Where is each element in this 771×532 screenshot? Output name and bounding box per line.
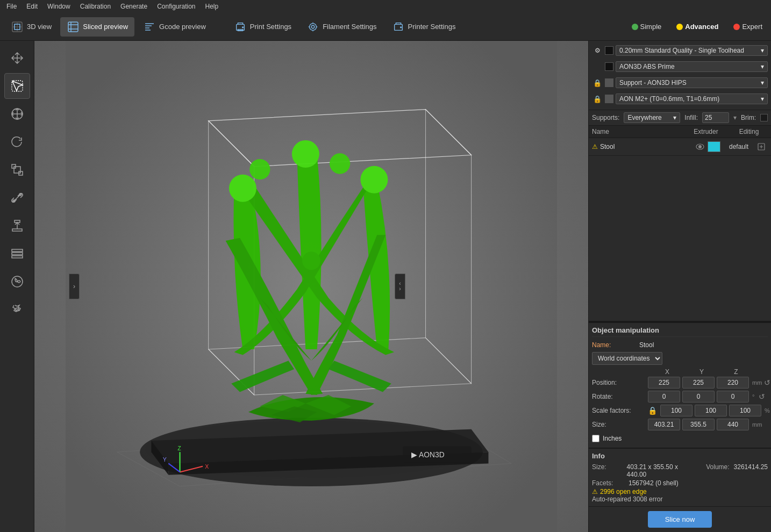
info-title: Info <box>592 452 768 460</box>
printer-dropdown[interactable]: AON M2+ (T0=0.6mm, T1=0.6mm) ▾ <box>616 94 768 104</box>
svg-point-8 <box>400 27 401 28</box>
menu-help[interactable]: Help <box>201 2 223 11</box>
info-section: Info Size: 403.21 x 355.50 x 440.00 Volu… <box>589 448 771 506</box>
object-extruder: default <box>723 143 755 150</box>
warning-icon: ⚠ <box>592 143 598 150</box>
move-tool[interactable] <box>4 101 30 127</box>
simple-label: Simple <box>640 23 662 31</box>
info-error-text: Auto-repaired 3008 error <box>592 495 662 503</box>
tab-sliced-preview-label: Sliced preview <box>83 23 128 31</box>
menu-edit[interactable]: Edit <box>22 2 42 11</box>
rotate-y-input[interactable] <box>682 391 715 402</box>
object-list-header: Name Extruder Editing <box>589 126 771 138</box>
size-x-input[interactable] <box>648 419 680 430</box>
mode-buttons: Simple Advanced Expert <box>627 20 767 33</box>
collapse-right-panel[interactable]: ‹› <box>395 274 405 299</box>
supports-value: Everywhere <box>627 114 661 121</box>
slice-now-button[interactable]: Slice now <box>648 511 712 528</box>
supports-label: Supports: <box>592 114 619 121</box>
scale-lock-icon[interactable]: 🔒 <box>648 406 657 415</box>
collapse-left-panel[interactable]: › <box>69 274 80 299</box>
size-y-input[interactable] <box>682 419 715 430</box>
position-y-input[interactable] <box>682 377 715 389</box>
info-size-label: Size: <box>592 463 623 478</box>
rotate-x-input[interactable] <box>648 391 680 402</box>
scale-y-input[interactable] <box>695 405 727 416</box>
info-size-value: 403.21 x 355.50 x 440.00 <box>627 463 696 478</box>
position-x-input[interactable] <box>648 377 680 389</box>
info-facets-value: 1567942 (0 shell) <box>629 479 679 487</box>
svg-point-69 <box>302 251 320 270</box>
volume-label: Volume: <box>706 463 729 478</box>
menu-file[interactable]: File <box>2 2 21 11</box>
select-tool[interactable] <box>4 73 30 99</box>
svg-rect-16 <box>15 220 20 222</box>
inches-checkbox[interactable] <box>592 435 599 442</box>
filament1-row: AON3D ABS Prime ▾ <box>592 59 768 74</box>
rotate-z-input[interactable] <box>717 391 749 402</box>
brim-swatch[interactable] <box>760 114 768 121</box>
rotate-reset-btn[interactable]: ↺ <box>756 391 767 402</box>
filament-settings-btn[interactable]: Filament Settings <box>300 17 383 37</box>
col-name-header: Name <box>592 128 682 135</box>
profile-dropdowns: ⚙ 0.20mm Standard Quality - Single Toolh… <box>589 41 771 110</box>
supports-dropdown[interactable]: Everywhere ▾ <box>624 112 680 123</box>
menu-generate[interactable]: Generate <box>116 2 152 11</box>
navigate-tool[interactable] <box>4 45 30 71</box>
support-color <box>605 78 613 87</box>
infill-input[interactable] <box>702 112 729 123</box>
size-label: Size: <box>592 421 646 428</box>
object-list-item-stool[interactable]: ⚠ Stool default <box>589 138 771 156</box>
tab-sliced-preview[interactable]: Sliced preview <box>60 17 134 37</box>
visibility-toggle[interactable] <box>695 141 705 152</box>
printer-settings-btn[interactable]: Printer Settings <box>386 17 462 37</box>
info-facets-label: Facets: <box>592 479 624 487</box>
color-paint-tool[interactable] <box>4 269 30 294</box>
z-axis-label: Z <box>720 368 752 376</box>
rotate-tool[interactable] <box>4 129 30 155</box>
tab-gcode-preview[interactable]: Gcode preview <box>137 17 212 37</box>
filament1-icon <box>592 61 603 72</box>
menu-window[interactable]: Window <box>43 2 75 11</box>
menu-configuration[interactable]: Configuration <box>153 2 199 11</box>
viewport[interactable]: X Z Y ▶ AON3D › ‹› <box>34 41 588 532</box>
scale-x-input[interactable] <box>660 405 693 416</box>
scale-z-input[interactable] <box>729 405 761 416</box>
svg-point-66 <box>292 140 319 168</box>
position-z-input[interactable] <box>717 377 749 389</box>
size-z-input[interactable] <box>717 419 749 430</box>
printer-color <box>605 95 613 103</box>
position-reset-btn[interactable]: ↺ <box>764 377 770 388</box>
support-tool[interactable] <box>4 213 30 239</box>
coord-system-dropdown[interactable]: World coordinates Local coordinates <box>592 352 662 365</box>
manipulation-title: Object manipulation <box>592 326 768 337</box>
mode-advanced[interactable]: Advanced <box>672 20 723 33</box>
brim-label: Brim: <box>741 114 756 121</box>
object-edit-btn[interactable] <box>755 140 768 153</box>
scale-unit: % <box>765 407 770 414</box>
mode-expert[interactable]: Expert <box>729 20 767 33</box>
warning-triangle-icon: ⚠ <box>592 488 598 495</box>
support-dropdown[interactable]: Support - AON3D HIPS ▾ <box>616 77 768 88</box>
slice-btn-row: Slice now <box>589 506 771 532</box>
quality-settings-icon: ⚙ <box>592 45 603 56</box>
rotate-unit: ° <box>752 393 754 400</box>
simple-dot <box>632 24 638 30</box>
filament1-dropdown[interactable]: AON3D ABS Prime ▾ <box>616 61 768 72</box>
svg-text:Z: Z <box>177 445 181 451</box>
print-settings-btn[interactable]: Print Settings <box>227 17 298 37</box>
scale-tool[interactable] <box>4 157 30 183</box>
layer-tool[interactable] <box>4 241 30 267</box>
cut-tool[interactable] <box>4 185 30 211</box>
info-error-row: Auto-repaired 3008 error <box>592 495 768 503</box>
inches-row: Inches <box>592 433 768 444</box>
post-process-tool[interactable] <box>4 297 30 322</box>
manipulation-section: Object manipulation Name: Stool World co… <box>589 322 771 448</box>
mode-simple[interactable]: Simple <box>627 20 666 33</box>
quality-dropdown[interactable]: 0.20mm Standard Quality - Single Toolhea… <box>616 45 768 56</box>
3d-scene[interactable]: X Z Y ▶ AON3D <box>34 41 588 532</box>
menu-calibration[interactable]: Calibration <box>76 2 115 11</box>
menubar: File Edit Window Calibration Generate Co… <box>0 0 771 13</box>
tab-3d-view[interactable]: 3D view <box>4 17 58 37</box>
object-color-swatch[interactable] <box>708 141 720 152</box>
